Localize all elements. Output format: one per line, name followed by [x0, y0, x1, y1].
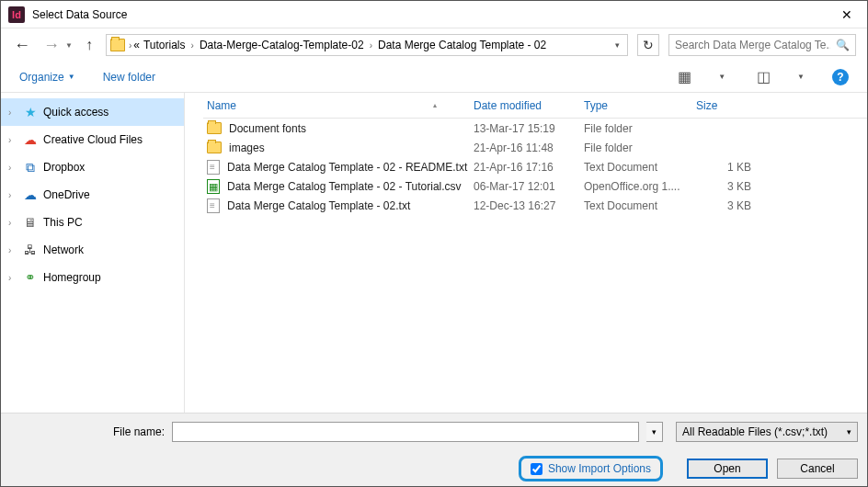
address-bar[interactable]: › « Tutorials› Data-Merge-Catalog-Templa… — [106, 34, 628, 56]
chevron-right-icon[interactable]: › — [8, 108, 17, 118]
show-import-options-checkbox[interactable] — [531, 463, 542, 475]
file-size: 3 KB — [696, 180, 770, 193]
preview-dropdown-icon[interactable]: ▼ — [797, 73, 805, 81]
file-date: 06-Mar-17 12:01 — [474, 180, 584, 193]
chevron-right-icon[interactable]: › — [8, 218, 17, 228]
filename-label: File name: — [10, 425, 165, 438]
up-button[interactable]: ↑ — [82, 37, 97, 53]
file-date: 13-Mar-17 15:19 — [474, 122, 584, 135]
file-type: File folder — [584, 122, 696, 135]
chevron-right-icon[interactable]: › — [191, 40, 194, 51]
show-import-options-highlight: Show Import Options — [519, 456, 663, 481]
file-row[interactable]: Data Merge Catalog Template - 02.txt 12-… — [203, 196, 867, 215]
sidebar-item-icon: ⧉ — [23, 160, 38, 175]
sidebar-item-label: Creative Cloud Files — [43, 133, 143, 146]
refresh-button[interactable]: ↻ — [637, 34, 659, 56]
file-name: Data Merge Catalog Template - 02 - Tutor… — [227, 180, 462, 193]
file-name: Data Merge Catalog Template - 02.txt — [227, 199, 410, 212]
chevron-right-icon[interactable]: › — [8, 190, 17, 200]
file-list: Name▴ Date modified Type Size Document f… — [185, 93, 867, 414]
sidebar-item-icon: 🖧 — [23, 243, 38, 257]
sidebar-item-icon: ☁ — [23, 132, 38, 147]
file-name: Document fonts — [229, 122, 306, 135]
main-area: › ★ Quick access› ☁ Creative Cloud Files… — [1, 93, 867, 414]
folder-icon — [110, 39, 125, 51]
sidebar-item[interactable]: › ★ Quick access — [1, 98, 184, 126]
cancel-button[interactable]: Cancel — [777, 459, 858, 479]
file-row[interactable]: Data Merge Catalog Template - 02 - READM… — [203, 157, 867, 176]
sidebar-item-label: This PC — [43, 216, 83, 229]
file-name: images — [229, 142, 265, 154]
sidebar-item[interactable]: › 🖧 Network — [1, 236, 184, 264]
folder-icon — [207, 142, 222, 153]
column-type[interactable]: Type — [584, 99, 696, 112]
chevron-right-icon[interactable]: › — [370, 40, 372, 51]
titlebar: Id Select Data Source ✕ — [1, 1, 867, 28]
sidebar-item[interactable]: › ☁ Creative Cloud Files — [1, 126, 184, 153]
sort-indicator-icon: ▴ — [433, 101, 437, 109]
open-button[interactable]: Open — [687, 459, 768, 479]
filename-input[interactable] — [172, 422, 639, 442]
close-icon[interactable]: ✕ — [834, 7, 860, 22]
chevron-right-icon[interactable]: › — [8, 245, 17, 255]
show-import-options-label[interactable]: Show Import Options — [548, 462, 651, 475]
file-row[interactable]: Data Merge Catalog Template - 02 - Tutor… — [203, 176, 867, 196]
sidebar-item[interactable]: › 🖥 This PC — [1, 209, 184, 236]
footer: File name: ▾ All Readable Files (*.csv;*… — [1, 413, 867, 486]
back-button[interactable]: ← — [12, 36, 32, 55]
chevron-right-icon[interactable]: › — [8, 163, 17, 173]
breadcrumb-ellipsis[interactable]: « — [133, 39, 140, 51]
chevron-right-icon[interactable]: › — [129, 40, 131, 51]
file-date: 21-Apr-16 11:48 — [474, 142, 584, 154]
history-dropdown-icon[interactable]: ▼ — [65, 41, 73, 50]
view-dropdown-icon[interactable]: ▼ — [718, 73, 725, 81]
file-size: 3 KB — [696, 199, 770, 212]
sidebar-item-label: Homegroup — [43, 271, 101, 284]
preview-pane-icon[interactable] — [753, 69, 773, 85]
file-name: Data Merge Catalog Template - 02 - READM… — [227, 161, 467, 174]
file-row[interactable]: Document fonts 13-Mar-17 15:19 File fold… — [203, 119, 867, 138]
navbar: ← → ▼ ↑ › « Tutorials› Data-Merge-Catalo… — [1, 28, 867, 62]
folder-icon — [207, 122, 222, 134]
breadcrumb: Data Merge Catalog Template - 02 — [376, 39, 548, 51]
chevron-right-icon[interactable]: › — [8, 273, 17, 283]
sidebar-item-icon: ⚭ — [23, 270, 38, 285]
filename-dropdown-icon[interactable]: ▾ — [646, 422, 663, 442]
column-date[interactable]: Date modified — [474, 99, 584, 112]
organize-button[interactable]: Organize ▼ — [19, 71, 75, 84]
sidebar: › ★ Quick access› ☁ Creative Cloud Files… — [1, 93, 185, 414]
file-type: OpenOffice.org 1.... — [584, 180, 696, 193]
forward-button[interactable]: → — [41, 36, 62, 55]
chevron-right-icon[interactable]: › — [8, 135, 17, 145]
csv-file-icon — [207, 179, 220, 194]
column-size[interactable]: Size — [696, 99, 770, 112]
column-name[interactable]: Name▴ — [203, 99, 474, 112]
sidebar-item[interactable]: › ⧉ Dropbox — [1, 153, 184, 181]
search-box[interactable]: 🔍 — [668, 34, 856, 56]
view-options-icon[interactable] — [674, 69, 694, 85]
file-date: 12-Dec-13 16:27 — [474, 199, 584, 212]
sidebar-item[interactable]: › ☁ OneDrive — [1, 181, 184, 209]
sidebar-item-label: OneDrive — [43, 188, 90, 201]
sidebar-item-icon: ★ — [23, 105, 38, 119]
breadcrumb: Tutorials› — [142, 39, 196, 51]
filter-label: All Readable Files (*.csv;*.txt) — [682, 425, 828, 438]
search-icon[interactable]: 🔍 — [836, 39, 850, 51]
txt-file-icon — [207, 198, 220, 213]
file-type: File folder — [584, 142, 696, 154]
toolbar: Organize ▼ New folder ▼ ▼ ? — [1, 62, 867, 93]
sidebar-item-label: Dropbox — [43, 161, 85, 174]
file-row[interactable]: images 21-Apr-16 11:48 File folder — [203, 138, 867, 157]
search-input[interactable] — [675, 39, 830, 51]
help-icon[interactable]: ? — [832, 69, 849, 85]
address-dropdown-icon[interactable]: ▾ — [611, 40, 623, 50]
file-type: Text Document — [584, 161, 696, 174]
sidebar-item-icon: ☁ — [23, 187, 38, 202]
sidebar-item[interactable]: › ⚭ Homegroup — [1, 264, 184, 291]
column-headers: Name▴ Date modified Type Size — [203, 93, 867, 119]
new-folder-button[interactable]: New folder — [103, 71, 155, 84]
sidebar-item-icon: 🖥 — [23, 215, 38, 230]
file-date: 21-Apr-16 17:16 — [474, 161, 584, 174]
app-icon: Id — [8, 6, 25, 23]
file-filter-dropdown[interactable]: All Readable Files (*.csv;*.txt) ▾ — [676, 422, 858, 442]
